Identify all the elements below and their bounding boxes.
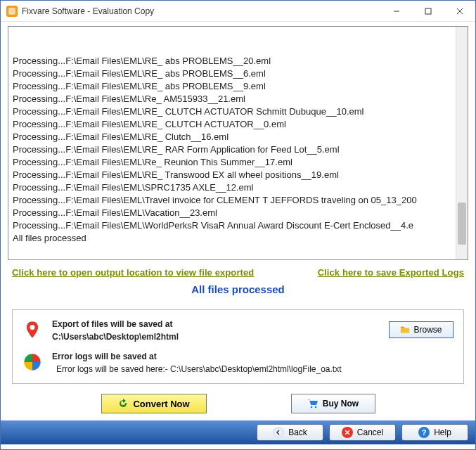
- browse-button[interactable]: Browse: [389, 321, 454, 338]
- window-title: Fixvare Software - Evaluation Copy: [22, 6, 380, 16]
- app-icon: [6, 6, 18, 17]
- svg-point-8: [315, 406, 317, 409]
- status-label: All files processed: [8, 281, 468, 301]
- close-button[interactable]: [444, 1, 475, 21]
- help-question-icon: ?: [418, 427, 430, 438]
- convert-now-label: Convert Now: [133, 399, 189, 409]
- svg-rect-1: [8, 8, 15, 15]
- back-button[interactable]: Back: [257, 424, 323, 441]
- export-path-value: C:\Users\abc\Desktop\eml2html: [52, 331, 389, 342]
- help-label: Help: [434, 428, 451, 437]
- buy-now-label: Buy Now: [323, 399, 359, 409]
- cart-icon: [307, 398, 319, 409]
- log-textarea[interactable]: Processing...F:\Email Files\EML\RE_ abs …: [8, 26, 468, 260]
- maximize-button[interactable]: [412, 1, 444, 21]
- svg-point-7: [311, 406, 313, 409]
- cancel-label: Cancel: [357, 428, 383, 437]
- cancel-button[interactable]: Cancel: [329, 424, 396, 441]
- minimize-button[interactable]: [380, 1, 412, 21]
- titlebar: Fixvare Software - Evaluation Copy: [1, 1, 475, 22]
- errorlog-header: Error logs will be saved at: [52, 351, 454, 362]
- cancel-x-icon: [342, 427, 353, 438]
- scrollbar[interactable]: [456, 27, 468, 259]
- svg-point-6: [30, 325, 35, 330]
- svg-rect-3: [425, 8, 431, 14]
- errorlog-path: Error logs will be saved here:- C:\Users…: [52, 364, 454, 375]
- save-logs-link[interactable]: Click here to save Exported Logs: [318, 267, 464, 278]
- convert-now-button[interactable]: Convert Now: [101, 394, 207, 413]
- browse-button-label: Browse: [413, 325, 442, 335]
- back-arrow-icon: [273, 427, 284, 438]
- pie-chart-icon: [22, 352, 42, 372]
- export-path-header: Export of files will be saved at: [52, 319, 389, 330]
- back-label: Back: [288, 428, 307, 437]
- folder-icon: [400, 325, 410, 335]
- open-output-link[interactable]: Click here to open output location to vi…: [12, 267, 254, 278]
- footer-bar: Back Cancel ? Help: [1, 420, 475, 444]
- scrollbar-thumb[interactable]: [458, 202, 466, 245]
- help-button[interactable]: ? Help: [401, 424, 468, 441]
- refresh-icon: [117, 398, 129, 409]
- location-pin-icon: [22, 320, 42, 340]
- settings-panel: Export of files will be saved at C:\User…: [12, 309, 464, 384]
- buy-now-button[interactable]: Buy Now: [291, 394, 375, 413]
